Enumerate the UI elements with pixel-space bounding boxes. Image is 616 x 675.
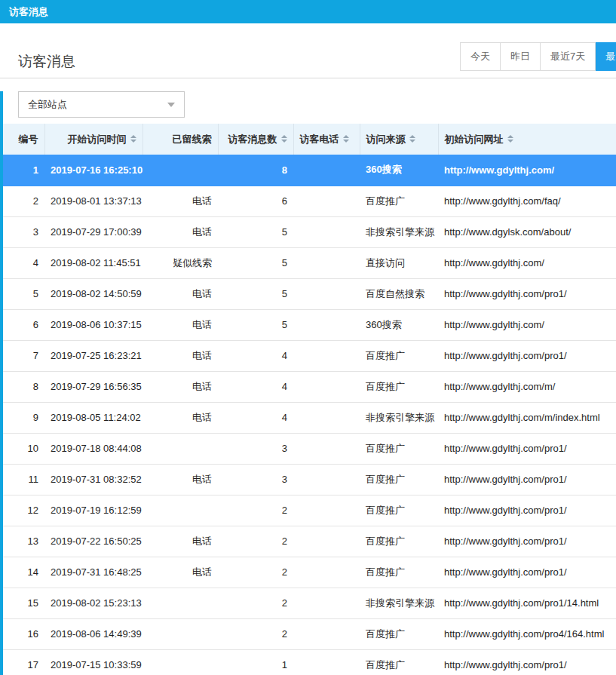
column-header-start_time[interactable]: 开始访问时间 [44,124,143,155]
cell-no: 1 [3,155,44,186]
site-select-dropdown[interactable]: 全部站点 [18,91,185,118]
cell-start_time: 2019-07-29 17:00:39 [44,216,143,247]
cell-phone [293,155,360,186]
column-header-url[interactable]: 初始访问网址 [438,124,616,155]
table-row[interactable]: 172019-07-15 10:33:591百度推广http://www.gdy… [3,649,616,675]
cell-url: http://www.gdylthj.com/pro1/ [438,649,616,675]
cell-url: http://www.gdylthj.com/m/ [438,371,616,402]
cell-url: http://www.gdylthj.com/pro1/ [438,340,616,371]
cell-no: 15 [3,588,44,618]
cell-no: 11 [3,464,44,495]
table-row[interactable]: 92019-08-05 11:24:02电话4非搜索引擎来源http://www… [3,402,616,433]
column-header-msg_count[interactable]: 访客消息数 [218,124,293,155]
cell-url: http://www.gdylthj.com/pro1/ [438,526,616,557]
cell-url: http://www.gdylthj.com/pro1/ [438,557,616,588]
table-row[interactable]: 112019-07-31 08:32:52电话3百度推广http://www.g… [3,464,616,495]
cell-start_time: 2019-07-19 16:12:59 [44,495,143,526]
table-row[interactable]: 102019-07-18 08:44:083百度推广http://www.gdy… [3,433,616,464]
cell-clue: 电话 [143,464,218,495]
cell-no: 14 [3,557,44,588]
cell-clue [143,495,218,526]
cell-no: 17 [3,649,44,675]
table-row[interactable]: 32019-07-29 17:00:39电话5非搜索引擎来源http://www… [3,216,616,247]
table-header-row: 编号开始访问时间已留线索访客消息数访客电话访问来源初始访问网址 [3,124,616,155]
table-row[interactable]: 42019-08-02 11:45:51疑似线索5直接访问http://www.… [3,247,616,278]
date-range-button-0[interactable]: 今天 [460,42,501,71]
site-select-value: 全部站点 [28,98,67,112]
cell-start_time: 2019-07-22 16:50:25 [44,526,143,557]
cell-start_time: 2019-08-02 15:23:13 [44,588,143,618]
cell-start_time: 2019-08-02 11:45:51 [44,247,143,278]
table-row[interactable]: 82019-07-29 16:56:35电话4百度推广http://www.gd… [3,371,616,402]
table-row[interactable]: 52019-08-02 14:50:59电话5百度自然搜索http://www.… [3,278,616,309]
cell-source: 百度推广 [360,186,438,216]
cell-clue: 电话 [143,402,218,433]
cell-msg_count: 5 [218,278,293,309]
table-row[interactable]: 62019-08-06 10:37:15电话5360搜索http://www.g… [3,309,616,340]
cell-source: 直接访问 [360,247,438,278]
column-label: 访客电话 [300,133,339,145]
table-row[interactable]: 72019-07-25 16:23:21电话4百度推广http://www.gd… [3,340,616,371]
column-label: 开始访问时间 [68,133,127,145]
date-range-button-2[interactable]: 最近7天 [541,42,596,71]
cell-source: 百度推广 [360,618,438,649]
cell-start_time: 2019-07-25 16:23:21 [44,340,143,371]
cell-msg_count: 4 [218,340,293,371]
column-header-phone[interactable]: 访客电话 [293,124,360,155]
cell-phone [293,495,360,526]
cell-no: 5 [3,278,44,309]
cell-no: 8 [3,371,44,402]
table-row[interactable]: 142019-07-31 16:48:25电话2百度推广http://www.g… [3,557,616,588]
cell-clue [143,155,218,186]
table-row[interactable]: 12019-07-16 16:25:108360搜索http://www.gdy… [3,155,616,186]
cell-phone [293,371,360,402]
cell-clue: 电话 [143,216,218,247]
cell-start_time: 2019-07-31 08:32:52 [44,464,143,495]
table-row[interactable]: 162019-08-06 14:49:392百度推广http://www.gdy… [3,618,616,649]
cell-phone [293,247,360,278]
sort-icon [281,135,287,143]
cell-source: 百度推广 [360,495,438,526]
caret-down-icon [167,103,175,107]
table-row[interactable]: 152019-08-02 15:23:132非搜索引擎来源http://www.… [3,588,616,618]
cell-source: 360搜索 [360,155,438,186]
cell-start_time: 2019-07-16 16:25:10 [44,155,143,186]
cell-url: http://www.gdylthj.com/pro1/ [438,464,616,495]
cell-no: 10 [3,433,44,464]
table-row[interactable]: 22019-08-01 13:37:13电话6百度推广http://www.gd… [3,186,616,216]
cell-msg_count: 4 [218,371,293,402]
cell-phone [293,649,360,675]
cell-phone [293,557,360,588]
cell-start_time: 2019-08-01 13:37:13 [44,186,143,216]
cell-msg_count: 8 [218,155,293,186]
cell-source: 360搜索 [360,309,438,340]
column-header-source[interactable]: 访问来源 [360,124,438,155]
cell-msg_count: 5 [218,216,293,247]
cell-no: 2 [3,186,44,216]
table-row[interactable]: 132019-07-22 16:50:25电话2百度推广http://www.g… [3,526,616,557]
cell-no: 6 [3,309,44,340]
cell-url: http://www.gdylthj.com/pro1/14.html [438,588,616,618]
date-range-button-1[interactable]: 昨日 [501,42,541,71]
cell-clue: 电话 [143,557,218,588]
date-range-button-3[interactable]: 最近30天 [596,42,616,71]
cell-phone [293,402,360,433]
cell-source: 百度推广 [360,464,438,495]
cell-source: 非搜索引擎来源 [360,402,438,433]
cell-phone [293,278,360,309]
table-row[interactable]: 122019-07-19 16:12:592百度推广http://www.gdy… [3,495,616,526]
cell-source: 非搜索引擎来源 [360,588,438,618]
cell-no: 13 [3,526,44,557]
cell-clue: 电话 [143,371,218,402]
table-body: 12019-07-16 16:25:108360搜索http://www.gdy… [3,155,616,675]
cell-start_time: 2019-08-05 11:24:02 [44,402,143,433]
cell-source: 百度推广 [360,557,438,588]
cell-url: http://www.gdylthj.com/ [438,247,616,278]
column-label: 编号 [19,133,38,145]
cell-no: 9 [3,402,44,433]
visitor-messages-table: 编号开始访问时间已留线索访客消息数访客电话访问来源初始访问网址 12019-07… [3,124,616,675]
cell-phone [293,186,360,216]
column-label: 初始访问网址 [445,133,504,145]
column-label: 已留线索 [173,133,212,145]
sort-icon [409,135,415,143]
